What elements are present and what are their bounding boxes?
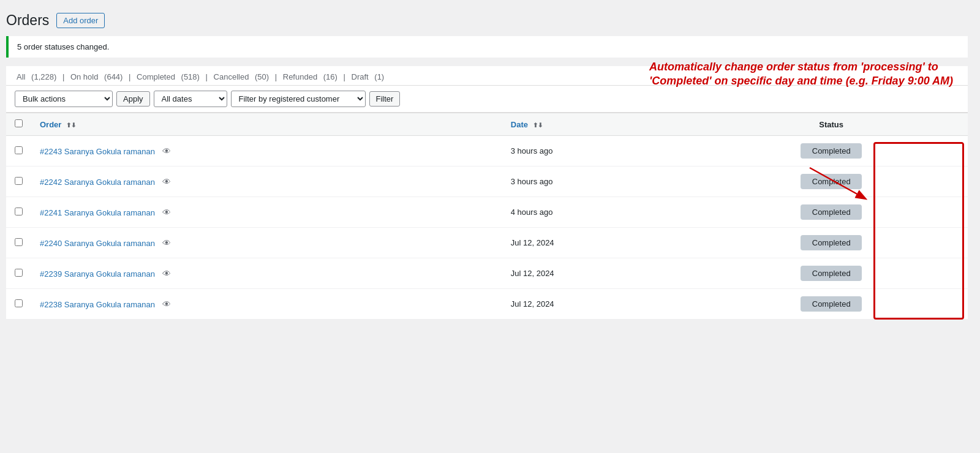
row-checkbox[interactable] (15, 238, 23, 246)
row-checkbox-cell (6, 136, 31, 167)
filter-tabs: All (1,228) | On hold (644) | Completed … (6, 66, 968, 86)
row-date-cell: 3 hours ago (502, 136, 695, 167)
status-badge: Completed (801, 296, 862, 312)
row-checkbox-cell (6, 258, 31, 289)
select-all-checkbox[interactable] (15, 119, 23, 127)
page-header: Orders Add order (6, 12, 968, 29)
row-checkbox[interactable] (15, 299, 23, 307)
eye-icon: 👁 (162, 269, 171, 279)
status-badge: Completed (801, 204, 862, 220)
order-link[interactable]: #2240 Saranya Gokula ramanan (40, 239, 155, 248)
add-order-button[interactable]: Add order (56, 13, 105, 28)
table-wrapper: Order ⬆⬇ Date ⬆⬇ Status (6, 113, 968, 320)
row-date-cell: 4 hours ago (502, 197, 695, 228)
table-row: #2242 Saranya Gokula ramanan 👁 3 hours a… (6, 167, 968, 197)
row-order-cell: #2243 Saranya Gokula ramanan 👁 (31, 136, 502, 167)
row-checkbox[interactable] (15, 146, 23, 154)
table-row: #2239 Saranya Gokula ramanan 👁 Jul 12, 2… (6, 258, 968, 289)
row-checkbox[interactable] (15, 269, 23, 277)
row-order-cell: #2240 Saranya Gokula ramanan 👁 (31, 228, 502, 258)
table-header-row: Order ⬆⬇ Date ⬆⬇ Status (6, 113, 968, 136)
row-checkbox-cell (6, 228, 31, 258)
row-date-cell: Jul 12, 2024 (502, 228, 695, 258)
eye-icon: 👁 (162, 177, 171, 187)
order-link[interactable]: #2242 Saranya Gokula ramanan (40, 178, 155, 187)
row-checkbox[interactable] (15, 208, 23, 215)
table-row: #2238 Saranya Gokula ramanan 👁 Jul 12, 2… (6, 289, 968, 320)
table-row: #2240 Saranya Gokula ramanan 👁 Jul 12, 2… (6, 228, 968, 258)
row-order-cell: #2242 Saranya Gokula ramanan 👁 (31, 167, 502, 197)
row-status-cell: Completed (695, 228, 968, 258)
order-link[interactable]: #2239 Saranya Gokula ramanan (40, 269, 155, 279)
notice-text: 5 order statuses changed. (17, 42, 109, 51)
row-checkbox-cell (6, 289, 31, 320)
status-badge: Completed (801, 143, 862, 159)
customer-filter-select[interactable]: Filter by registered customer (231, 91, 366, 107)
tab-on-hold[interactable]: On hold (644) (69, 72, 127, 81)
eye-icon: 👁 (162, 299, 171, 309)
eye-icon: 👁 (162, 238, 171, 248)
tab-completed[interactable]: Completed (518) (135, 72, 203, 81)
eye-icon: 👁 (162, 208, 171, 217)
row-date-cell: Jul 12, 2024 (502, 258, 695, 289)
status-col-header: Status (695, 113, 968, 136)
row-status-cell: Completed (695, 197, 968, 228)
content-area: Automatically change order status from '… (6, 66, 968, 320)
order-link[interactable]: #2241 Saranya Gokula ramanan (40, 208, 155, 217)
row-checkbox-cell (6, 197, 31, 228)
date-col-header[interactable]: Date ⬆⬇ (502, 113, 695, 136)
row-order-cell: #2241 Saranya Gokula ramanan 👁 (31, 197, 502, 228)
row-date-cell: Jul 12, 2024 (502, 289, 695, 320)
order-sort-icon: ⬆⬇ (66, 122, 76, 129)
row-status-cell: Completed (695, 167, 968, 197)
notice-bar: 5 order statuses changed. (6, 36, 968, 58)
toolbar: Bulk actions Mark processing Mark on-hol… (6, 86, 968, 113)
select-all-col (6, 113, 31, 136)
order-link[interactable]: #2238 Saranya Gokula ramanan (40, 300, 155, 309)
apply-button[interactable]: Apply (116, 91, 150, 107)
row-order-cell: #2238 Saranya Gokula ramanan 👁 (31, 289, 502, 320)
row-status-cell: Completed (695, 136, 968, 167)
eye-icon: 👁 (162, 146, 171, 156)
row-checkbox-cell (6, 167, 31, 197)
tab-all[interactable]: All (1,228) (15, 72, 61, 81)
date-sort-icon: ⬆⬇ (533, 122, 543, 129)
filter-button[interactable]: Filter (369, 91, 401, 107)
tab-draft[interactable]: Draft (1) (350, 72, 386, 81)
row-date-cell: 3 hours ago (502, 167, 695, 197)
table-row: #2243 Saranya Gokula ramanan 👁 3 hours a… (6, 136, 968, 167)
status-badge: Completed (801, 174, 862, 189)
row-checkbox[interactable] (15, 177, 23, 185)
bulk-actions-select[interactable]: Bulk actions Mark processing Mark on-hol… (15, 91, 113, 107)
tab-cancelled[interactable]: Cancelled (50) (212, 72, 273, 81)
row-status-cell: Completed (695, 258, 968, 289)
table-row: #2241 Saranya Gokula ramanan 👁 4 hours a… (6, 197, 968, 228)
row-status-cell: Completed (695, 289, 968, 320)
status-badge: Completed (801, 235, 862, 250)
page-title: Orders (6, 12, 49, 29)
orders-table: Order ⬆⬇ Date ⬆⬇ Status (6, 113, 968, 320)
dates-select[interactable]: All dates This month Last month (154, 91, 227, 107)
status-badge: Completed (801, 266, 862, 281)
order-link[interactable]: #2243 Saranya Gokula ramanan (40, 147, 155, 156)
order-col-header[interactable]: Order ⬆⬇ (31, 113, 502, 136)
tab-refunded[interactable]: Refunded (16) (281, 72, 342, 81)
row-order-cell: #2239 Saranya Gokula ramanan 👁 (31, 258, 502, 289)
